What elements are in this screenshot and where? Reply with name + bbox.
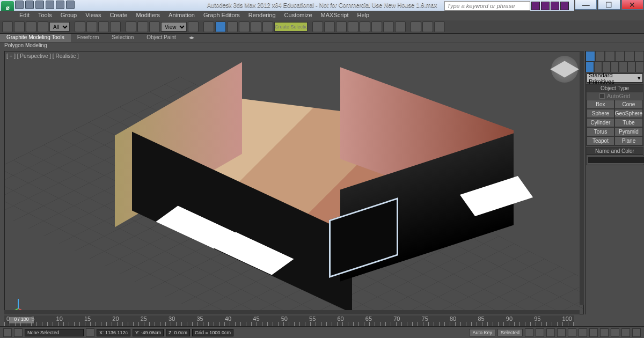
spinner-snap-icon[interactable]: [251, 21, 261, 32]
menu-animation[interactable]: Animation: [164, 11, 199, 20]
ribbon-expand-icon[interactable]: ◂▸: [182, 34, 201, 42]
pyramid-button[interactable]: Pyramid: [614, 127, 643, 136]
search-icon[interactable]: [531, 2, 540, 10]
viewport-label[interactable]: [ + ] [ Perspective ] [ Realistic ]: [6, 53, 79, 59]
play-icon[interactable]: [557, 328, 566, 337]
render-setup-icon[interactable]: [383, 21, 394, 32]
cone-button[interactable]: Cone: [614, 100, 643, 109]
autogrid-checkbox[interactable]: AutoGrid: [587, 92, 643, 100]
set-key-icon[interactable]: [525, 328, 533, 337]
move-icon[interactable]: [126, 21, 136, 32]
name-color-header[interactable]: Name and Color: [587, 148, 643, 155]
pan-icon[interactable]: [600, 328, 609, 337]
primitive-type-select[interactable]: Standard Primitives▾: [587, 74, 643, 83]
coord-x-field[interactable]: X: 1136.112c: [97, 329, 130, 336]
menu-tools[interactable]: Tools: [34, 11, 56, 20]
scrollbar-vertical[interactable]: [580, 51, 584, 305]
undo-icon[interactable]: [46, 1, 54, 9]
next-frame-icon[interactable]: [568, 328, 576, 337]
ribbon-panel-label[interactable]: Polygon Modeling: [0, 42, 52, 50]
teapot-button[interactable]: Teapot: [587, 136, 614, 145]
helpers-icon[interactable]: [619, 62, 627, 72]
goto-end-icon[interactable]: [579, 328, 587, 337]
render-frame-icon[interactable]: [395, 21, 406, 32]
viewport-perspective[interactable]: [ + ] [ Perspective ] [ Realistic ]: [4, 51, 584, 314]
favorites-icon[interactable]: [551, 2, 559, 10]
help-icon[interactable]: [560, 2, 569, 10]
curve-editor-icon[interactable]: [348, 21, 358, 32]
pivot-icon[interactable]: [188, 21, 199, 32]
new-icon[interactable]: [15, 1, 24, 9]
menu-rendering[interactable]: Rendering: [244, 11, 280, 20]
menu-edit[interactable]: Edit: [15, 11, 34, 20]
redo-icon[interactable]: [14, 21, 25, 32]
render-icon[interactable]: [411, 21, 421, 32]
systems-icon[interactable]: [635, 62, 644, 72]
sphere-button[interactable]: Sphere: [587, 109, 614, 118]
snap-toggle-icon[interactable]: [215, 21, 226, 32]
object-name-input[interactable]: [588, 156, 644, 164]
lock-selection-icon[interactable]: [86, 328, 94, 337]
menu-help[interactable]: Help: [353, 11, 374, 20]
shapes-icon[interactable]: [594, 62, 603, 72]
select-region-icon[interactable]: [98, 21, 109, 32]
keymode-select[interactable]: Selected: [497, 329, 523, 336]
link-icon[interactable]: [26, 21, 36, 32]
angle-snap-icon[interactable]: [227, 21, 238, 32]
maxscript-listener-icon[interactable]: [3, 328, 12, 337]
minimize-button[interactable]: —: [575, 0, 597, 10]
menu-create[interactable]: Create: [105, 11, 131, 20]
time-slider[interactable]: 0 / 100 0510 152025 303540 455055 606570…: [4, 315, 574, 326]
geosphere-button[interactable]: GeoSphere: [614, 109, 643, 118]
maximize-button[interactable]: ☐: [598, 0, 620, 10]
menu-views[interactable]: Views: [81, 11, 105, 20]
geometry-icon[interactable]: [586, 62, 594, 72]
schematic-icon[interactable]: [360, 21, 370, 32]
open-icon[interactable]: [25, 1, 34, 9]
autokey-button[interactable]: Auto Key: [469, 329, 495, 336]
cylinder-button[interactable]: Cylinder: [587, 118, 614, 127]
plane-button[interactable]: Plane: [614, 136, 643, 145]
utilities-tab-icon[interactable]: [634, 51, 644, 62]
maximize-viewport-icon[interactable]: [632, 328, 641, 337]
percent-snap-icon[interactable]: [239, 21, 250, 32]
help-search-input[interactable]: [444, 1, 530, 11]
zoom-icon[interactable]: [621, 328, 630, 337]
box-button[interactable]: Box: [587, 100, 614, 109]
prev-frame-icon[interactable]: [546, 328, 555, 337]
render-iter-icon[interactable]: [434, 21, 445, 32]
time-config-icon[interactable]: [589, 328, 598, 337]
lights-icon[interactable]: [602, 62, 611, 72]
undo-icon[interactable]: [2, 21, 13, 32]
menu-customize[interactable]: Customize: [280, 11, 317, 20]
close-button[interactable]: ✕: [621, 0, 643, 10]
scrollbar-horizontal[interactable]: [4, 310, 580, 314]
layers-icon[interactable]: [336, 21, 347, 32]
select-name-icon[interactable]: [86, 21, 97, 32]
align-icon[interactable]: [324, 21, 335, 32]
tube-button[interactable]: Tube: [614, 118, 643, 127]
redo-icon[interactable]: [56, 1, 64, 9]
menu-group[interactable]: Group: [56, 11, 82, 20]
coord-z-field[interactable]: Z: 0.0cm: [166, 329, 190, 336]
prompt-icon[interactable]: [14, 328, 23, 337]
ribbon-tab-selection[interactable]: Selection: [105, 34, 140, 42]
manipulate-icon[interactable]: [203, 21, 214, 32]
ribbon-tab-objectpaint[interactable]: Object Paint: [140, 34, 182, 42]
save-icon[interactable]: [35, 1, 44, 9]
object-type-header[interactable]: Object Type: [587, 85, 643, 92]
orbit-icon[interactable]: [611, 328, 619, 337]
community-icon[interactable]: [541, 2, 550, 10]
link-icon[interactable]: [66, 1, 75, 9]
selection-filter-select[interactable]: All: [49, 22, 70, 32]
torus-button[interactable]: Torus: [587, 127, 614, 136]
rotate-icon[interactable]: [137, 21, 148, 32]
create-tab-icon[interactable]: [586, 51, 595, 62]
menu-maxscript[interactable]: MAXScript: [317, 11, 353, 20]
mirror-icon[interactable]: [312, 21, 323, 32]
window-crossing-icon[interactable]: [110, 21, 121, 32]
hierarchy-tab-icon[interactable]: [605, 51, 614, 62]
named-selection-input[interactable]: [274, 22, 308, 32]
scale-icon[interactable]: [149, 21, 160, 32]
motion-tab-icon[interactable]: [615, 51, 625, 62]
